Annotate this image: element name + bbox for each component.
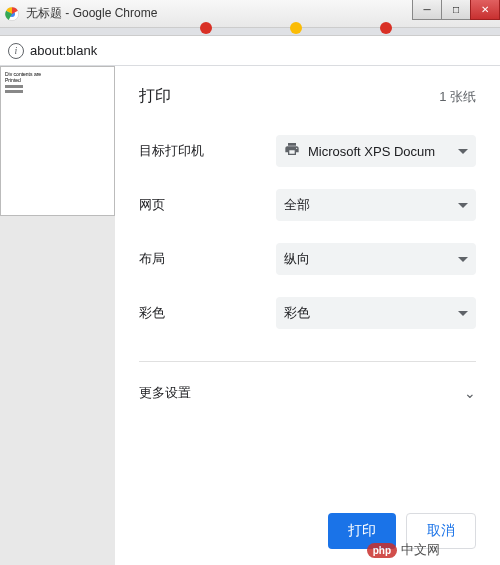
row-destination: 目标打印机 Microsoft XPS Docum — [139, 135, 476, 167]
pages-label: 网页 — [139, 196, 219, 214]
layout-value: 纵向 — [284, 250, 458, 268]
print-dialog: Div contents are Printed 打印 1 张纸 目标打印机 M… — [0, 66, 500, 565]
preview-page[interactable]: Div contents are Printed — [0, 66, 115, 216]
maximize-button[interactable]: □ — [441, 0, 471, 20]
watermark: php 中文网 — [367, 541, 440, 559]
chevron-down-icon — [458, 311, 468, 316]
watermark-badge: php — [367, 543, 397, 558]
print-preview-pane: Div contents are Printed — [0, 66, 115, 565]
destination-label: 目标打印机 — [139, 142, 219, 160]
preview-content-line — [5, 90, 23, 93]
row-pages: 网页 全部 — [139, 189, 476, 221]
chrome-favicon — [4, 6, 20, 22]
tab-favicon[interactable] — [380, 22, 392, 34]
close-button[interactable]: ✕ — [470, 0, 500, 20]
color-select[interactable]: 彩色 — [276, 297, 476, 329]
more-settings-toggle[interactable]: 更多设置 ⌄ — [139, 380, 476, 406]
chevron-down-icon — [458, 257, 468, 262]
tab-favicon[interactable] — [200, 22, 212, 34]
more-settings-label: 更多设置 — [139, 384, 191, 402]
print-header: 打印 1 张纸 — [139, 86, 476, 107]
print-button-label: 打印 — [348, 522, 376, 540]
separator — [139, 361, 476, 362]
tab-strip — [0, 28, 500, 36]
color-label: 彩色 — [139, 304, 219, 322]
tab-favicon[interactable] — [290, 22, 302, 34]
color-value: 彩色 — [284, 304, 458, 322]
row-layout: 布局 纵向 — [139, 243, 476, 275]
chevron-down-icon — [458, 149, 468, 154]
address-bar: i about:blank — [0, 36, 500, 66]
preview-content-line — [5, 85, 23, 88]
destination-value: Microsoft XPS Docum — [308, 144, 458, 159]
sheet-count: 1 张纸 — [439, 88, 476, 106]
chevron-down-icon — [458, 203, 468, 208]
window-controls: ─ □ ✕ — [413, 0, 500, 20]
pages-select[interactable]: 全部 — [276, 189, 476, 221]
site-info-icon[interactable]: i — [8, 43, 24, 59]
cancel-button-label: 取消 — [427, 522, 455, 540]
preview-text-line: Printed — [5, 77, 110, 83]
print-title: 打印 — [139, 86, 171, 107]
window-titlebar: 无标题 - Google Chrome ─ □ ✕ — [0, 0, 500, 28]
destination-select[interactable]: Microsoft XPS Docum — [276, 135, 476, 167]
chevron-down-icon: ⌄ — [464, 385, 476, 401]
layout-label: 布局 — [139, 250, 219, 268]
window-title: 无标题 - Google Chrome — [26, 5, 157, 22]
layout-select[interactable]: 纵向 — [276, 243, 476, 275]
watermark-text: 中文网 — [401, 541, 440, 559]
pages-value: 全部 — [284, 196, 458, 214]
url-text[interactable]: about:blank — [30, 43, 97, 58]
print-settings-panel: 打印 1 张纸 目标打印机 Microsoft XPS Docum 网页 全部 … — [115, 66, 500, 565]
minimize-button[interactable]: ─ — [412, 0, 442, 20]
row-color: 彩色 彩色 — [139, 297, 476, 329]
printer-icon — [284, 141, 300, 161]
